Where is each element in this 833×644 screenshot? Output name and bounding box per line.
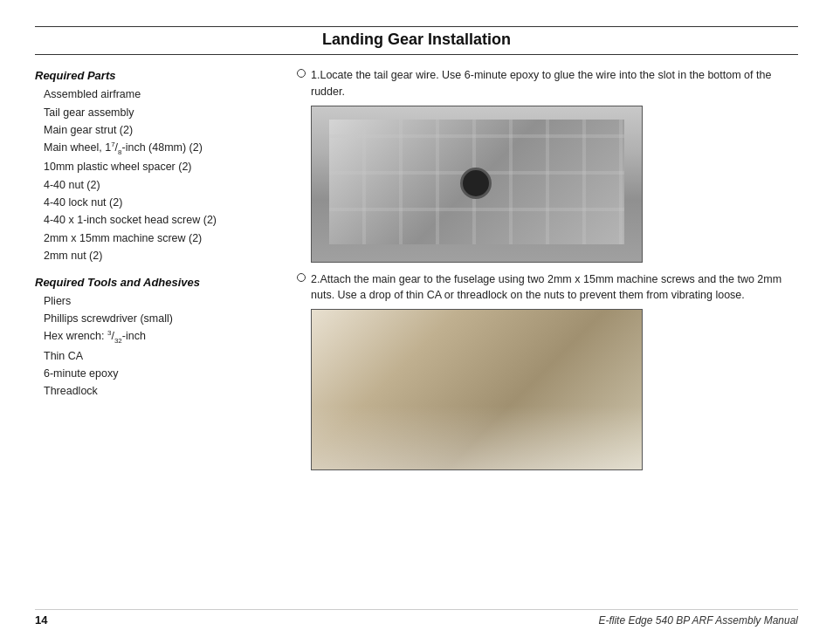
list-item: Threadlock [44,383,279,400]
list-item: Tail gear assembly [44,105,279,121]
instruction-1: 1.Locate the tail gear wire. Use 6-minut… [297,67,798,263]
list-item: Hex wrench: 3/32-inch [44,328,279,346]
photo-1-container [311,106,798,263]
photo-2-container [311,309,798,470]
parts-list: Assembled airframe Tail gear assembly Ma… [35,86,279,264]
left-column: Required Parts Assembled airframe Tail g… [35,67,279,602]
list-item: 10mm plastic wheel spacer (2) [44,159,279,175]
title-section: Landing Gear Installation [35,26,798,55]
list-item: Phillips screwdriver (small) [44,311,279,327]
photo-2-inner [312,310,642,469]
list-item: 4-40 lock nut (2) [44,195,279,211]
instruction-1-text: 1.Locate the tail gear wire. Use 6-minut… [297,67,798,100]
list-item: 4-40 nut (2) [44,177,279,194]
list-item: 2mm x 15mm machine screw (2) [44,230,279,247]
page: Landing Gear Installation Required Parts… [0,0,833,644]
instruction-2-body: 2.Attach the main gear to the fuselage u… [311,271,798,305]
manual-title: E-flite Edge 540 BP ARF Assembly Manual [598,614,798,627]
required-parts-heading: Required Parts [35,67,279,85]
content-area: Required Parts Assembled airframe Tail g… [35,67,798,602]
page-number: 14 [35,613,47,627]
right-column: 1.Locate the tail gear wire. Use 6-minut… [297,67,798,602]
list-item: 2mm nut (2) [44,248,279,264]
required-tools-heading: Required Tools and Adhesives [35,274,279,291]
bullet-circle-2 [297,273,306,282]
list-item: 6-minute epoxy [44,366,279,382]
tools-list: Pliers Phillips screwdriver (small) Hex … [35,293,279,401]
list-item: 4-40 x 1-inch socket head screw (2) [44,212,279,229]
photo-2 [311,309,643,470]
page-title: Landing Gear Installation [35,31,798,49]
instruction-1-body: 1.Locate the tail gear wire. Use 6-minut… [311,67,798,100]
bullet-circle-1 [297,69,306,78]
list-item: Pliers [44,293,279,310]
photo-1-inner [312,106,642,262]
page-footer: 14 E-flite Edge 540 BP ARF Assembly Manu… [35,609,798,627]
list-item: Main gear strut (2) [44,122,279,139]
list-item: Assembled airframe [44,86,279,103]
list-item: Thin CA [44,348,279,365]
instruction-2-text: 2.Attach the main gear to the fuselage u… [297,271,798,305]
instruction-2: 2.Attach the main gear to the fuselage u… [297,271,798,471]
photo-1 [311,106,643,263]
list-item: Main wheel, 17/8-inch (48mm) (2) [44,140,279,158]
